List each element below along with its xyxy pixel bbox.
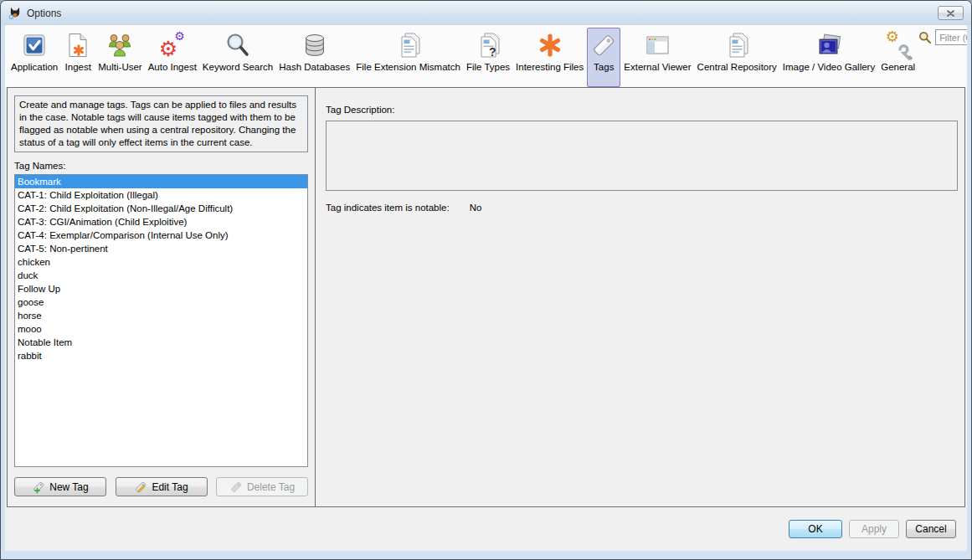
edit-tag-label: Edit Tag	[152, 481, 188, 493]
tag-names-label: Tag Names:	[14, 161, 308, 171]
toolbar-item-label: Keyword Search	[203, 62, 273, 72]
tag-management-pane: Create and manage tags. Tags can be appl…	[8, 88, 316, 506]
toolbar-item-keyword-search[interactable]: Keyword Search	[200, 28, 275, 87]
toolbar-item-label: File Types	[466, 62, 510, 72]
notable-label: Tag indicates item is notable:	[326, 203, 450, 213]
delete-tag-button[interactable]: Delete Tag	[216, 477, 308, 496]
title-bar[interactable]: Options	[1, 1, 971, 25]
tag-list-item[interactable]: CAT-1: Child Exploitation (Illegal)	[15, 188, 307, 202]
toolbar-item-auto-ingest[interactable]: ⚙ ⚙ Auto Ingest	[146, 28, 199, 87]
toolbar-item-external-viewer[interactable]: External Viewer	[621, 28, 693, 87]
tag-detail-pane: Tag Description: Tag indicates item is n…	[316, 88, 964, 506]
tag-list-item[interactable]: Follow Up	[15, 282, 307, 295]
tag-list-item[interactable]: CAT-3: CGI/Animation (Child Exploitive)	[15, 215, 307, 229]
toolbar-item-application[interactable]: Application	[8, 28, 60, 87]
tag-names-list[interactable]: Bookmark CAT-1: Child Exploitation (Ille…	[14, 174, 308, 467]
stacked-documents-icon	[394, 31, 423, 59]
toolbar-item-label: General	[881, 62, 915, 72]
toolbar-item-general[interactable]: ⚙ General	[878, 28, 918, 87]
toolbar-item-hash-databases[interactable]: Hash Databases	[276, 28, 352, 87]
dialog-client-area: Application Ingest	[5, 25, 967, 551]
edit-tag-button[interactable]: Edit Tag	[116, 477, 208, 496]
apply-button[interactable]: Apply	[849, 520, 899, 538]
toolbar-item-label: Multi-User	[98, 62, 141, 72]
svg-text:?: ?	[489, 45, 496, 59]
toolbar-item-ingest[interactable]: Ingest	[61, 28, 95, 87]
toolbar-item-label: Tags	[594, 62, 614, 72]
tag-list-item[interactable]: CAT-5: Non-pertinent	[15, 242, 307, 255]
toolbar-item-label: Central Repository	[697, 62, 777, 72]
toolbar-item-label: Interesting Files	[516, 62, 584, 72]
ingest-icon	[64, 31, 92, 59]
toolbar-item-label: Ingest	[65, 62, 91, 72]
wrench-icon	[895, 43, 913, 61]
toolbar-item-central-repository[interactable]: Central Repository	[695, 28, 779, 87]
tag-icon	[589, 31, 618, 59]
filter-area	[918, 28, 967, 87]
tag-list-item[interactable]: mooo	[15, 322, 307, 336]
autopsy-app-icon	[8, 7, 22, 20]
search-icon	[224, 31, 252, 59]
purple-gear-icon: ⚙	[174, 30, 185, 42]
new-tag-label: New Tag	[49, 481, 88, 493]
application-window-icon	[643, 31, 671, 59]
tag-description-textarea[interactable]	[326, 121, 958, 191]
tags-help-text: Create and manage tags. Tags can be appl…	[14, 95, 308, 152]
filter-search-icon	[918, 31, 932, 44]
tag-list-item[interactable]: Bookmark	[15, 175, 307, 188]
new-tag-icon	[32, 480, 45, 494]
tag-list-item[interactable]: rabbit	[15, 349, 307, 362]
close-icon	[947, 10, 954, 17]
options-dialog: Options Application	[0, 0, 972, 560]
tags-options-panel: Create and manage tags. Tags can be appl…	[7, 87, 965, 507]
toolbar-item-file-extension-mismatch[interactable]: File Extension Mismatch	[353, 28, 463, 87]
tag-actions-row: New Tag Edit Tag	[14, 477, 308, 496]
cancel-button[interactable]: Cancel	[906, 520, 956, 538]
database-icon	[301, 31, 329, 59]
toolbar-item-tags[interactable]: Tags	[587, 28, 620, 87]
toolbar-item-label: Hash Databases	[279, 62, 350, 72]
document-question-icon: ?	[474, 31, 502, 59]
tag-list-item[interactable]: CAT-2: Child Exploitation (Non-Illegal/A…	[15, 202, 307, 215]
tag-list-item[interactable]: goose	[15, 295, 307, 309]
tag-list-item[interactable]: CAT-4: Exemplar/Comparison (Internal Use…	[15, 229, 307, 242]
close-button[interactable]	[938, 6, 964, 20]
toolbar-item-file-types[interactable]: ? File Types	[464, 28, 512, 87]
toolbar-item-label: Application	[11, 62, 58, 72]
toolbar-item-label: External Viewer	[624, 62, 691, 72]
new-tag-button[interactable]: New Tag	[14, 477, 106, 496]
tag-list-item[interactable]: horse	[15, 309, 307, 322]
ok-button[interactable]: OK	[789, 520, 842, 538]
toolbar-item-interesting-files[interactable]: Interesting Files	[513, 28, 586, 87]
toolbar-item-label: Auto Ingest	[148, 62, 197, 72]
repository-documents-icon	[723, 31, 751, 59]
notable-value: No	[470, 203, 482, 213]
tag-list-item[interactable]: duck	[15, 269, 307, 282]
auto-ingest-icon: ⚙ ⚙	[158, 31, 187, 59]
tag-description-label: Tag Description:	[326, 105, 958, 115]
gear-wrench-icon: ⚙	[884, 31, 913, 59]
delete-tag-icon	[229, 480, 243, 494]
photo-gallery-icon	[815, 31, 843, 59]
toolbar-item-label: File Extension Mismatch	[356, 62, 460, 72]
tag-list-item[interactable]: Notable Item	[15, 336, 307, 349]
window-title: Options	[27, 8, 61, 19]
application-icon	[20, 31, 49, 59]
dialog-footer: OK Apply Cancel	[5, 507, 967, 551]
multi-user-icon	[105, 31, 134, 59]
tag-list-item[interactable]: chicken	[15, 255, 307, 269]
toolbar-item-label: Image / Video Gallery	[783, 62, 875, 72]
options-category-toolbar: Application Ingest	[5, 25, 967, 87]
toolbar-item-image-video-gallery[interactable]: Image / Video Gallery	[780, 28, 877, 87]
notable-status-row: Tag indicates item is notable: No	[326, 203, 958, 213]
asterisk-icon	[536, 31, 564, 59]
delete-tag-label: Delete Tag	[247, 481, 295, 493]
toolbar-item-multi-user[interactable]: Multi-User	[95, 28, 144, 87]
edit-tag-icon	[134, 480, 147, 494]
filter-input[interactable]	[935, 29, 967, 45]
